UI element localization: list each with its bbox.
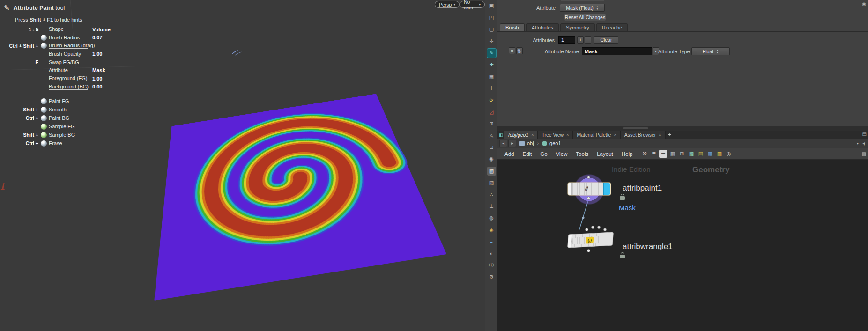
shade-mode-icon[interactable]: ◍ — [487, 213, 496, 222]
select-tool-icon[interactable]: ▦ — [487, 72, 496, 81]
delete-entry-button[interactable]: × — [509, 47, 515, 54]
new-tab-button[interactable]: + — [666, 131, 674, 139]
pane-link-icon[interactable]: ◧ — [497, 131, 504, 139]
network-tab[interactable]: Material Palette× — [573, 131, 620, 139]
multisnap-icon[interactable]: ⊡ — [487, 143, 496, 152]
clear-button[interactable]: Clear — [594, 36, 618, 44]
breadcrumb-separator: › — [537, 141, 539, 146]
tab-recache[interactable]: Recache — [596, 23, 628, 31]
menu-edit[interactable]: Edit — [518, 151, 536, 157]
reorder-entry-button[interactable]: ⇅ — [516, 47, 523, 54]
tab-brush[interactable]: Brush — [500, 23, 525, 31]
visualizer-icon[interactable]: ◒ — [487, 237, 496, 246]
hint-label: Background (BG) — [49, 84, 88, 90]
pane-splitter[interactable] — [497, 126, 868, 131]
wrangle-output-connector[interactable] — [587, 249, 590, 252]
viewport-layout-icon[interactable]: ▣ — [487, 1, 496, 10]
pane-list-icon[interactable]: ▤ — [862, 132, 867, 137]
snap-prim-icon[interactable]: ◬ — [487, 131, 496, 140]
menu-tools[interactable]: Tools — [571, 151, 593, 157]
add-attribute-button[interactable]: + — [577, 36, 584, 44]
splitter-handle[interactable] — [623, 127, 648, 129]
display-options-icon[interactable]: ≣ — [650, 150, 658, 158]
tab-close-icon[interactable]: × — [614, 132, 616, 137]
wrangle-input-connector[interactable] — [597, 226, 601, 229]
breadcrumb-obj[interactable]: obj — [517, 140, 536, 146]
node-display-flag[interactable] — [603, 183, 610, 195]
back-button[interactable]: ◄ — [499, 140, 507, 147]
forward-button[interactable]: ► — [508, 140, 516, 147]
node-input-connector[interactable] — [587, 176, 590, 179]
tab-close-icon[interactable]: × — [531, 132, 534, 137]
breadcrumb-geo1[interactable]: geo1 — [540, 140, 563, 146]
badges-icon[interactable]: ▩ — [687, 150, 695, 158]
lighting-icon[interactable]: ◐ — [487, 249, 496, 258]
network-tab[interactable]: Tree View× — [538, 131, 573, 139]
viewport-3d[interactable]: 1 ✎ Attribute Paint tool Press Shift + F… — [0, 0, 485, 331]
snippets-icon[interactable]: ▥ — [715, 150, 723, 158]
tab-symmetry[interactable]: Symmetry — [560, 23, 595, 31]
reset-all-changes-button[interactable]: Reset All Changes — [564, 14, 606, 21]
material-flag-icon[interactable]: ◈ — [487, 226, 496, 235]
network-canvas[interactable]: Indie Edition Geometry ✐ attribpaint1 Ma… — [497, 160, 868, 331]
scale-tool-icon[interactable]: ◿ — [487, 108, 496, 117]
menu-help[interactable]: Help — [617, 151, 637, 157]
sphere-green-icon — [41, 132, 47, 138]
menu-go[interactable]: Go — [536, 151, 551, 157]
node-attribpaint1[interactable]: ✐ — [568, 183, 611, 195]
node-name-attribpaint1[interactable]: attribpaint1 — [623, 184, 662, 193]
snap-grid-icon[interactable]: ⊞ — [487, 119, 496, 128]
attribute-type-menu[interactable]: Float ▲▼ — [691, 47, 730, 55]
translate-tool-icon[interactable]: ✛ — [487, 84, 496, 93]
node-attribwrangle1[interactable]: {;} — [567, 232, 614, 248]
reference-plane-icon[interactable]: ▧ — [487, 178, 496, 187]
path-menu-icon[interactable]: ▾ — [857, 141, 859, 146]
remove-attribute-button[interactable]: − — [585, 36, 591, 44]
wrench-icon[interactable]: ⚒ — [640, 150, 648, 158]
notes-icon[interactable]: ▤ — [697, 150, 705, 158]
menu-add[interactable]: Add — [500, 151, 518, 157]
rotate-tool-icon[interactable]: ⟳ — [487, 96, 496, 105]
find-node-icon[interactable]: ◎ — [725, 150, 733, 158]
wrangle-input-connector[interactable] — [603, 228, 607, 231]
network-tab[interactable]: /obj/geo1× — [504, 131, 538, 139]
thumbnail-view-icon[interactable]: ⊞ — [678, 150, 686, 158]
list-view-icon[interactable]: ☰ — [659, 150, 667, 158]
pane-menu-icon[interactable]: ▤ — [862, 151, 866, 156]
menu-layout[interactable]: Layout — [593, 151, 617, 157]
paint-state-icon[interactable]: ✎ — [487, 49, 496, 58]
camera-lock-icon[interactable]: ▢ — [487, 25, 496, 34]
points-display-icon[interactable]: ∴ — [487, 190, 496, 199]
tab-close-icon[interactable]: × — [659, 132, 661, 137]
wrangle-input-connector[interactable] — [591, 226, 594, 229]
construction-plane-icon[interactable]: ▨ — [487, 167, 496, 176]
node-flag-stripe[interactable] — [568, 183, 572, 195]
node-output-connector[interactable] — [587, 197, 590, 200]
camera-persp-menu[interactable]: Persp ▾ — [435, 1, 460, 8]
network-toolbar-icons: ⚒≣☰▦⊞▩▤▦▥◎ — [640, 150, 733, 158]
orient-icon[interactable]: ◉ — [487, 154, 496, 163]
tab-attributes[interactable]: Attributes — [526, 23, 559, 31]
view-tool-icon[interactable]: ✛ — [487, 37, 496, 46]
wrangle-input-connector[interactable] — [585, 228, 588, 231]
menu-view[interactable]: View — [552, 151, 572, 157]
info-icon[interactable]: ⓘ — [487, 261, 496, 270]
attribute-name-field[interactable]: Mask — [582, 47, 652, 55]
hint-row: Ctrl +Paint BG — [4, 114, 111, 122]
pin-pane-icon[interactable]: ◉ — [862, 1, 866, 7]
normals-display-icon[interactable]: ⊥ — [487, 202, 496, 211]
painted-grid-plane[interactable] — [154, 94, 446, 300]
hint-key: Shift + — [4, 132, 38, 138]
attributes-count-field[interactable]: 1 — [558, 36, 575, 44]
settings-gear-icon[interactable]: ⚙ — [487, 272, 496, 281]
network-tab[interactable]: Asset Browser× — [621, 131, 666, 139]
node-name-attribwrangle1[interactable]: attribwrangle1 — [623, 242, 673, 251]
attribute-menu-button[interactable]: Mask (Float) ▲▼ — [560, 4, 605, 12]
handles-icon[interactable]: ✚ — [487, 60, 496, 69]
tab-close-icon[interactable]: × — [566, 132, 569, 137]
snapshot-icon[interactable]: ◰ — [487, 13, 496, 22]
grid-view-icon[interactable]: ▦ — [668, 150, 676, 158]
palette-icon[interactable]: ▦ — [706, 150, 714, 158]
pin-path-icon[interactable]: ➤ — [861, 140, 867, 146]
camera-nocam-menu[interactable]: No cam ▾ — [460, 1, 485, 8]
